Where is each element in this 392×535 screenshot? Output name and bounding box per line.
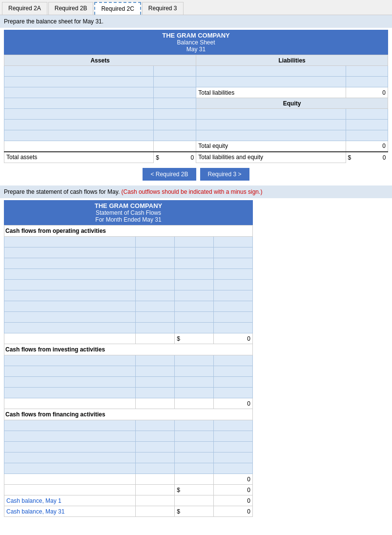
asset-name-2[interactable]	[4, 77, 154, 87]
fin-col3-3[interactable]	[175, 442, 214, 453]
inv-col4-2[interactable]	[214, 366, 253, 377]
inv-col2-1[interactable]	[136, 355, 175, 366]
asset-name-5[interactable]	[4, 109, 154, 120]
op-col2-5[interactable]	[136, 280, 175, 290]
op-col4-2[interactable]	[214, 247, 253, 258]
inv-col2-4[interactable]	[136, 388, 175, 398]
op-name-6[interactable]	[4, 290, 136, 301]
inv-col3-2[interactable]	[175, 366, 214, 377]
inv-col4-3[interactable]	[214, 377, 253, 388]
fin-col2-2[interactable]	[136, 431, 175, 442]
op-name-3[interactable]	[4, 258, 136, 269]
fin-name-3[interactable]	[4, 442, 136, 453]
asset-name-7[interactable]	[4, 130, 154, 141]
op-col3-5[interactable]	[175, 280, 214, 290]
tab-required-2a[interactable]: Required 2A	[2, 2, 47, 15]
fin-col4-5[interactable]	[214, 463, 253, 474]
op-col3-1[interactable]	[175, 237, 214, 247]
fin-name-5[interactable]	[4, 463, 136, 474]
asset-name-1[interactable]	[4, 66, 154, 77]
forward-button[interactable]: Required 3 >	[200, 168, 249, 181]
op-col3-3[interactable]	[175, 258, 214, 269]
asset-val-7[interactable]	[154, 130, 196, 141]
tab-required-2b[interactable]: Required 2B	[48, 2, 94, 15]
inv-col2-2[interactable]	[136, 366, 175, 377]
tab-required-3[interactable]: Required 3	[142, 2, 184, 15]
fin-col2-5[interactable]	[136, 463, 175, 474]
liab-val-1[interactable]	[346, 66, 388, 77]
back-button[interactable]: < Required 2B	[143, 168, 196, 181]
fin-col3-1[interactable]	[175, 420, 214, 431]
inv-col3-4[interactable]	[175, 388, 214, 398]
inv-name-3[interactable]	[4, 377, 136, 388]
asset-val-2[interactable]	[154, 77, 196, 87]
fin-col4-1[interactable]	[214, 420, 253, 431]
op-name-1[interactable]	[4, 237, 136, 247]
op-col3-6[interactable]	[175, 290, 214, 301]
asset-name-4[interactable]	[4, 98, 154, 109]
fin-name-1[interactable]	[4, 420, 136, 431]
fin-col2-4[interactable]	[136, 453, 175, 463]
op-col4-7[interactable]	[214, 301, 253, 312]
fin-col4-3[interactable]	[214, 442, 253, 453]
tab-required-2c[interactable]: Required 2C	[94, 2, 141, 15]
op-col2-6[interactable]	[136, 290, 175, 301]
op-name-9[interactable]	[4, 323, 136, 333]
liab-name-1[interactable]	[196, 66, 346, 77]
op-col3-8[interactable]	[175, 312, 214, 323]
equity-val-2[interactable]	[346, 120, 388, 130]
op-col4-8[interactable]	[214, 312, 253, 323]
op-name-5[interactable]	[4, 280, 136, 290]
op-col4-4[interactable]	[214, 269, 253, 280]
equity-val-1[interactable]	[346, 109, 388, 120]
asset-val-1[interactable]	[154, 66, 196, 77]
inv-col4-1[interactable]	[214, 355, 253, 366]
op-name-4[interactable]	[4, 269, 136, 280]
op-name-8[interactable]	[4, 312, 136, 323]
op-col4-1[interactable]	[214, 237, 253, 247]
op-col2-7[interactable]	[136, 301, 175, 312]
op-name-2[interactable]	[4, 247, 136, 258]
op-col3-4[interactable]	[175, 269, 214, 280]
asset-val-5[interactable]	[154, 109, 196, 120]
fin-col4-4[interactable]	[214, 453, 253, 463]
fin-col3-5[interactable]	[175, 463, 214, 474]
inv-col3-1[interactable]	[175, 355, 214, 366]
fin-col4-2[interactable]	[214, 431, 253, 442]
op-col4-5[interactable]	[214, 280, 253, 290]
fin-name-4[interactable]	[4, 453, 136, 463]
op-col2-4[interactable]	[136, 269, 175, 280]
equity-val-3[interactable]	[346, 130, 388, 141]
asset-name-6[interactable]	[4, 120, 154, 130]
op-col3-2[interactable]	[175, 247, 214, 258]
inv-name-4[interactable]	[4, 388, 136, 398]
equity-name-3[interactable]	[196, 130, 346, 141]
op-col2-2[interactable]	[136, 247, 175, 258]
fin-name-2[interactable]	[4, 431, 136, 442]
inv-col3-3[interactable]	[175, 377, 214, 388]
asset-val-4[interactable]	[154, 98, 196, 109]
asset-name-3[interactable]	[4, 87, 154, 98]
inv-name-1[interactable]	[4, 355, 136, 366]
inv-name-2[interactable]	[4, 366, 136, 377]
op-col2-3[interactable]	[136, 258, 175, 269]
op-col2-1[interactable]	[136, 237, 175, 247]
fin-col3-4[interactable]	[175, 453, 214, 463]
asset-val-6[interactable]	[154, 120, 196, 130]
liab-name-2[interactable]	[196, 77, 346, 87]
fin-col2-1[interactable]	[136, 420, 175, 431]
fin-col2-3[interactable]	[136, 442, 175, 453]
op-name-7[interactable]	[4, 301, 136, 312]
op-col4-9[interactable]	[214, 323, 253, 333]
asset-val-3[interactable]	[154, 87, 196, 98]
op-col4-3[interactable]	[214, 258, 253, 269]
inv-col4-4[interactable]	[214, 388, 253, 398]
op-col2-8[interactable]	[136, 312, 175, 323]
equity-name-1[interactable]	[196, 109, 346, 120]
fin-col3-2[interactable]	[175, 431, 214, 442]
liab-val-2[interactable]	[346, 77, 388, 87]
inv-col2-3[interactable]	[136, 377, 175, 388]
op-col3-9[interactable]	[175, 323, 214, 333]
op-col3-7[interactable]	[175, 301, 214, 312]
equity-name-2[interactable]	[196, 120, 346, 130]
